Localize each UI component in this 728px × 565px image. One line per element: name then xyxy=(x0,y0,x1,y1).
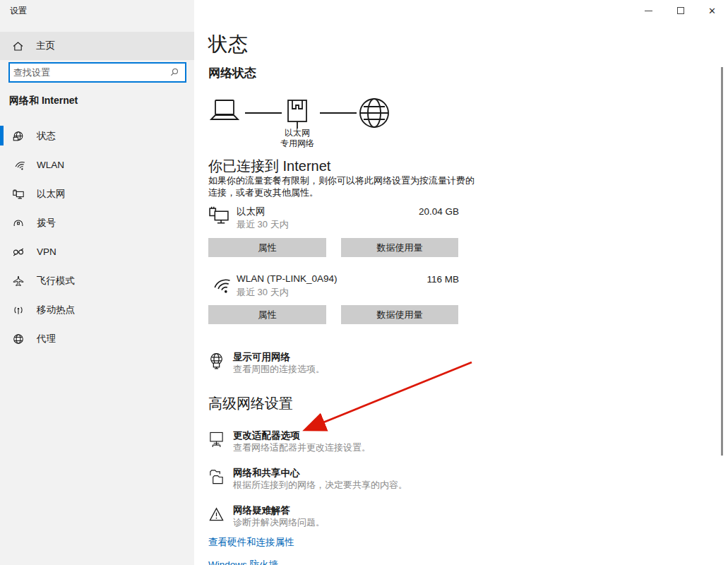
connection-usage: 116 MB xyxy=(426,274,459,285)
properties-button[interactable]: 属性 xyxy=(208,305,326,324)
dialup-icon xyxy=(12,217,25,230)
ethernet-icon xyxy=(12,188,25,201)
sidebar-item-vpn[interactable]: VPN xyxy=(0,237,194,266)
sidebar-section-title: 网络和 Internet xyxy=(9,95,78,107)
connection-usage: 20.04 GB xyxy=(419,206,459,217)
proxy-globe-icon xyxy=(12,333,25,345)
network-sharing-center[interactable]: 网络和共享中心 根据所连接到的网络，决定要共享的内容。 xyxy=(208,467,484,495)
laptop-icon xyxy=(208,99,241,123)
connection-name: 以太网 xyxy=(237,206,265,218)
show-available-networks[interactable]: 显示可用网络 查看周围的连接选项。 xyxy=(208,351,484,379)
vertical-scrollbar[interactable] xyxy=(721,67,723,456)
sidebar-item-wlan[interactable]: WLAN xyxy=(0,150,194,179)
diagram-connector-line xyxy=(320,112,357,114)
search-icon xyxy=(169,67,179,78)
status-globe-icon xyxy=(12,130,25,143)
item-description: 根据所连接到的网络，决定要共享的内容。 xyxy=(233,479,407,492)
item-title: 网络和共享中心 xyxy=(233,467,300,480)
sidebar-item-airplane-mode[interactable]: 飞行模式 xyxy=(0,266,194,295)
window-title: 设置 xyxy=(10,5,27,17)
sidebar-item-home[interactable]: 主页 xyxy=(0,32,194,60)
search-input[interactable] xyxy=(10,67,169,78)
sidebar-item-ethernet[interactable]: 以太网 xyxy=(0,179,194,208)
connected-heading: 你已连接到 Internet xyxy=(208,157,330,176)
sidebar-item-label: VPN xyxy=(37,246,56,257)
wifi-icon xyxy=(208,274,230,296)
home-icon xyxy=(12,40,24,52)
diagram-connector-line xyxy=(245,112,282,114)
vpn-icon xyxy=(12,246,25,258)
sidebar-item-status[interactable]: 状态 xyxy=(0,121,194,150)
sidebar-nav: 状态 WLAN 以太网 xyxy=(0,121,194,353)
item-description: 查看网络适配器并更改连接设置。 xyxy=(233,441,371,454)
sharing-center-icon xyxy=(208,468,225,487)
sidebar-item-label: 移动热点 xyxy=(37,304,75,316)
close-button[interactable]: ✕ xyxy=(696,0,728,21)
sidebar-item-label: 状态 xyxy=(37,130,56,143)
warning-triangle-icon xyxy=(208,506,225,524)
adapter-options-icon xyxy=(208,431,225,449)
network-status-heading: 网络状态 xyxy=(208,65,256,81)
sidebar-item-label: WLAN xyxy=(37,160,64,170)
page-title: 状态 xyxy=(208,31,248,58)
sidebar: 设置 主页 网络和 Internet 状态 xyxy=(0,0,194,565)
windows-firewall-link[interactable]: Windows 防火墙 xyxy=(208,559,278,565)
maximize-button[interactable] xyxy=(664,0,696,21)
network-troubleshooter[interactable]: 网络疑难解答 诊断并解决网络问题。 xyxy=(208,504,484,533)
selected-indicator xyxy=(0,126,4,145)
connection-name: WLAN (TP-LINK_0A94) xyxy=(237,273,338,284)
item-title: 网络疑难解答 xyxy=(233,504,290,517)
connected-description: 如果你的流量套餐有限制，则你可以将此网络设置为按流量计费的连接，或者更改其他属性… xyxy=(208,174,478,198)
wlan-buttons: 属性 数据使用量 xyxy=(208,305,459,324)
search-box xyxy=(8,62,186,83)
settings-window: 设置 主页 网络和 Internet 状态 xyxy=(0,0,728,565)
minimize-icon xyxy=(645,11,652,11)
network-diagram: 以太网 专用网络 xyxy=(208,95,463,151)
connection-row-wlan: WLAN (TP-LINK_0A94) 最近 30 天内 116 MB xyxy=(208,273,484,299)
data-usage-button[interactable]: 数据使用量 xyxy=(341,238,458,257)
diagram-network-type: 专用网络 xyxy=(269,138,326,150)
sidebar-item-label: 以太网 xyxy=(37,188,66,201)
ethernet-monitor-icon xyxy=(208,206,230,228)
home-label: 主页 xyxy=(36,40,55,52)
item-title: 更改适配器选项 xyxy=(233,429,300,442)
properties-button[interactable]: 属性 xyxy=(208,238,326,257)
item-title: 显示可用网络 xyxy=(233,351,290,364)
item-description: 查看周围的连接选项。 xyxy=(233,363,325,376)
wifi-icon xyxy=(12,159,25,172)
window-controls: ✕ xyxy=(633,0,728,21)
sidebar-item-label: 飞行模式 xyxy=(37,275,75,287)
close-icon: ✕ xyxy=(708,6,716,16)
maximize-icon xyxy=(677,7,684,14)
connection-period: 最近 30 天内 xyxy=(237,218,289,231)
item-description: 诊断并解决网络问题。 xyxy=(233,516,325,529)
change-adapter-options[interactable]: 更改适配器选项 查看网络适配器并更改连接设置。 xyxy=(208,429,484,458)
available-networks-icon xyxy=(208,352,225,371)
internet-globe-icon xyxy=(358,97,390,129)
sidebar-item-dialup[interactable]: 拨号 xyxy=(0,208,194,237)
view-hardware-properties-link[interactable]: 查看硬件和连接属性 xyxy=(208,536,294,549)
sidebar-item-label: 代理 xyxy=(37,333,56,345)
hotspot-icon xyxy=(12,304,25,316)
advanced-settings-heading: 高级网络设置 xyxy=(208,394,293,413)
airplane-icon xyxy=(12,275,25,287)
data-usage-button[interactable]: 数据使用量 xyxy=(341,305,458,324)
minimize-button[interactable] xyxy=(633,0,664,21)
connection-row-ethernet: 以太网 最近 30 天内 20.04 GB xyxy=(208,206,484,231)
connection-period: 最近 30 天内 xyxy=(237,286,289,299)
sidebar-item-proxy[interactable]: 代理 xyxy=(0,324,194,353)
ethernet-buttons: 属性 数据使用量 xyxy=(208,238,459,257)
sidebar-item-label: 拨号 xyxy=(37,217,56,230)
sidebar-item-mobile-hotspot[interactable]: 移动热点 xyxy=(0,295,194,324)
main-content: 状态 网络状态 以太网 专用网络 你已连接到 Internet 如果你的流量套餐… xyxy=(208,0,491,565)
